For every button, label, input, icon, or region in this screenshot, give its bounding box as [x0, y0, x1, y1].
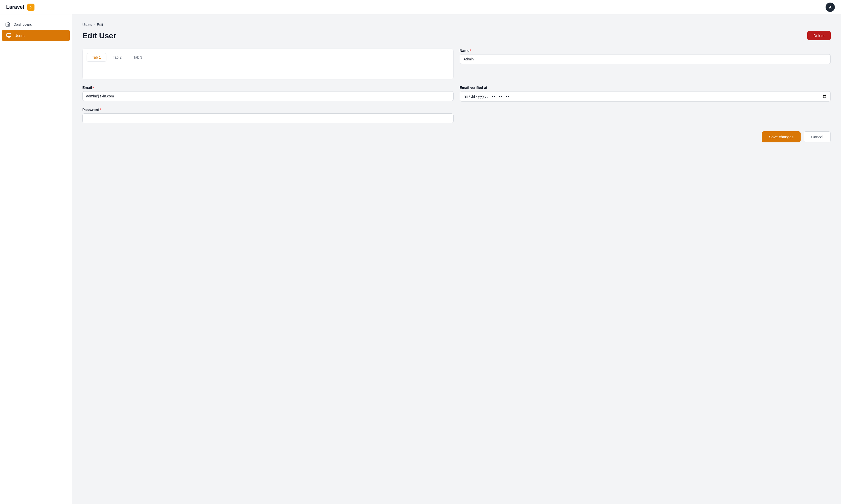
breadcrumb-edit: Edit — [97, 23, 103, 27]
email-label: Email* — [82, 86, 453, 90]
sidebar: Dashboard Users — [0, 14, 72, 504]
email-input[interactable] — [82, 91, 453, 101]
header-left: Laravel — [6, 4, 34, 11]
name-label: Name* — [460, 49, 831, 53]
email-verified-field-group: Email verified at — [460, 86, 831, 102]
name-field-group: Name* — [460, 49, 831, 79]
save-changes-button[interactable]: Save changes — [762, 131, 801, 142]
email-verified-label: Email verified at — [460, 86, 831, 90]
form-row-2: Email* Email verified at — [82, 86, 831, 102]
sidebar-item-dashboard-label: Dashboard — [13, 22, 32, 26]
email-verified-input[interactable] — [460, 91, 831, 102]
email-field-group: Email* — [82, 86, 453, 102]
user-avatar[interactable]: A — [826, 3, 835, 12]
tab-1[interactable]: Tab 1 — [87, 53, 106, 62]
top-header: Laravel A — [0, 0, 841, 14]
sidebar-toggle-button[interactable] — [27, 4, 34, 11]
page-title: Edit User — [82, 31, 116, 40]
name-required-indicator: * — [470, 49, 471, 53]
breadcrumb-separator: › — [94, 23, 95, 26]
delete-button[interactable]: Delete — [807, 31, 831, 40]
users-icon — [6, 33, 11, 38]
sidebar-item-dashboard[interactable]: Dashboard — [0, 18, 72, 30]
sidebar-item-users[interactable]: Users — [2, 30, 70, 41]
main-layout: Dashboard Users Users › Edit Edit User D… — [0, 14, 841, 504]
action-buttons: Save changes Cancel — [82, 131, 831, 142]
page-header: Edit User Delete — [82, 31, 831, 40]
sidebar-item-users-label: Users — [14, 33, 24, 38]
sidebar-toggle-icon — [29, 5, 33, 9]
tab-3[interactable]: Tab 3 — [128, 53, 148, 62]
content-area: Users › Edit Edit User Delete Tab 1 — [72, 14, 841, 504]
tab-2[interactable]: Tab 2 — [107, 53, 127, 62]
edit-user-form: Tab 1 Tab 2 Tab 3 Name* — [82, 49, 831, 142]
tabs-card: Tab 1 Tab 2 Tab 3 — [82, 49, 453, 79]
breadcrumb: Users › Edit — [82, 23, 831, 27]
home-icon — [5, 22, 10, 27]
tabs-nav: Tab 1 Tab 2 Tab 3 — [87, 53, 449, 62]
form-row-1: Tab 1 Tab 2 Tab 3 Name* — [82, 49, 831, 79]
password-label: Password* — [82, 108, 453, 112]
password-input[interactable] — [82, 113, 453, 123]
email-required-indicator: * — [92, 86, 93, 90]
password-required-indicator: * — [100, 108, 101, 112]
form-row-3: Password* — [82, 108, 831, 123]
cancel-button[interactable]: Cancel — [804, 131, 831, 142]
app-title: Laravel — [6, 4, 24, 10]
svg-rect-0 — [7, 34, 11, 37]
breadcrumb-users[interactable]: Users — [82, 23, 92, 27]
password-field-group: Password* — [82, 108, 453, 123]
name-input[interactable] — [460, 54, 831, 64]
